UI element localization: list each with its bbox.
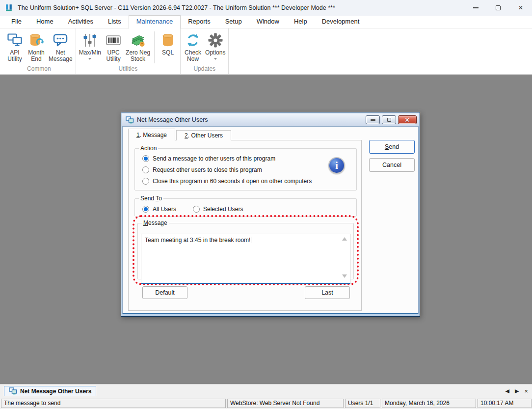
radio-selected-icon	[142, 155, 149, 162]
net-message-dialog: Net Message Other Users ✕ 1. Message 2. …	[121, 112, 420, 317]
dropdown-arrow-icon	[214, 58, 217, 60]
tab-other-users[interactable]: 2. Other Users	[176, 130, 231, 140]
month-end-icon	[28, 32, 44, 48]
menu-tab-reports[interactable]: Reports	[181, 16, 218, 28]
net-message-icon	[9, 387, 17, 395]
tab-label-part: 2	[185, 132, 188, 139]
radio-label: All Users	[153, 206, 176, 213]
dialog-titlebar[interactable]: Net Message Other Users ✕	[122, 113, 419, 126]
scroll-down-icon[interactable]	[342, 274, 347, 278]
ribbon-button-label: Net Message	[49, 50, 73, 62]
minimize-icon	[473, 7, 479, 8]
menu-tab-lists[interactable]: Lists	[101, 16, 129, 28]
close-icon: ✕	[405, 117, 410, 123]
database-icon	[160, 32, 176, 48]
radio-all-users[interactable]: All Users	[142, 205, 176, 214]
minimize-button[interactable]	[464, 0, 487, 16]
taskbar-tab-label: Net Message Other Users	[20, 388, 91, 395]
ribbon-separator	[154, 31, 155, 63]
dialog-tabs: 1. Message 2. Other Users	[128, 129, 231, 140]
scroll-tabs-left-icon[interactable]: ◀	[505, 388, 509, 394]
radio-close-60s[interactable]: Close this program in 60 seconds if open…	[142, 177, 356, 186]
close-icon: ×	[518, 4, 523, 12]
window-title: The Uniform Solution+ SQL Server - C11 V…	[18, 4, 335, 11]
ribbon-button-label: Options	[205, 50, 225, 56]
max-min-button[interactable]: Max/Min	[78, 31, 103, 61]
tab-label-part: . Other Users	[188, 132, 223, 139]
menu-tab-activities[interactable]: Activities	[61, 16, 101, 28]
dialog-restore-button[interactable]	[382, 115, 396, 124]
menu-tab-file[interactable]: File	[4, 16, 29, 28]
cancel-button[interactable]: Cancel	[369, 158, 415, 172]
minimize-icon	[371, 119, 375, 121]
radio-icon	[193, 206, 200, 213]
month-end-button[interactable]: Month End	[26, 31, 47, 63]
info-icon[interactable]	[328, 157, 345, 174]
red-highlight-annotation: Message Team meeting at 3:45 in the brea…	[133, 215, 359, 285]
status-bar: The message to send WebStore: Web Server…	[0, 398, 532, 409]
status-message-hint: The message to send	[1, 399, 226, 408]
radio-label: Send a message to other users of this pr…	[153, 155, 275, 162]
menu-tab-home[interactable]: Home	[29, 16, 61, 28]
menu-tab-setup[interactable]: Setup	[218, 16, 249, 28]
check-now-button[interactable]: Check Now	[182, 31, 204, 63]
message-textarea[interactable]: Team meeting at 3:45 in the break room!	[141, 234, 350, 284]
net-message-button[interactable]: Net Message	[47, 31, 74, 63]
send-button[interactable]: Send	[369, 140, 415, 154]
scroll-tabs-right-icon[interactable]: ▶	[515, 388, 519, 394]
api-utility-button[interactable]: API Utility	[4, 31, 26, 63]
zero-neg-stock-button[interactable]: Zero Neg Stock	[124, 31, 152, 63]
maximize-icon	[496, 5, 501, 10]
money-icon	[130, 32, 146, 48]
taskbar-tab-net-message[interactable]: Net Message Other Users	[4, 386, 96, 396]
radio-selected-icon	[142, 206, 149, 213]
last-button[interactable]: Last	[305, 286, 350, 299]
options-button[interactable]: Options	[204, 31, 227, 61]
dropdown-arrow-icon	[88, 58, 91, 60]
radio-label: Close this program in 60 seconds if open…	[153, 178, 312, 185]
tab-label-part: . Message	[140, 132, 167, 138]
sql-button[interactable]: SQL	[157, 31, 179, 57]
ribbon-group-label: Common	[4, 65, 74, 74]
ribbon-button-label: API Utility	[7, 50, 22, 62]
close-tab-icon[interactable]: ×	[524, 387, 528, 395]
ribbon-button-label: Month End	[28, 50, 44, 62]
default-button[interactable]: Default	[142, 286, 187, 299]
net-message-icon	[126, 116, 134, 124]
ribbon-button-label: Max/Min	[79, 50, 101, 56]
radio-label: Selected Users	[203, 206, 243, 213]
radio-icon	[142, 178, 149, 185]
menu-tab-maintenance[interactable]: Maintenance	[129, 15, 181, 28]
dialog-body: 1. Message 2. Other Users Action Send a …	[122, 126, 419, 314]
ribbon-group-common: API Utility Month End Net Message Common	[2, 28, 76, 74]
menu-tab-window[interactable]: Window	[249, 16, 287, 28]
sliders-icon	[82, 32, 98, 48]
maximize-button[interactable]	[487, 0, 509, 16]
dialog-minimize-button[interactable]	[366, 115, 380, 124]
action-group-label: Action	[139, 145, 158, 152]
gear-icon	[208, 32, 223, 48]
scroll-up-icon[interactable]	[342, 237, 347, 241]
message-group: Message Team meeting at 3:45 in the brea…	[137, 219, 354, 279]
status-webstore: WebStore: Web Server Not Found	[227, 399, 344, 408]
ribbon-button-label: Zero Neg Stock	[126, 50, 150, 62]
dialog-close-button[interactable]: ✕	[398, 115, 417, 124]
close-button[interactable]: ×	[509, 0, 532, 16]
tab-message[interactable]: 1. Message	[128, 129, 175, 140]
action-group: Action Send a message to other users of …	[134, 145, 357, 191]
status-time: 10:00:17 AM	[478, 399, 532, 408]
message-tab-page: Action Send a message to other users of …	[128, 140, 362, 311]
message-group-label: Message	[142, 219, 169, 226]
ribbon-group-label: Utilities	[78, 65, 179, 74]
radio-send-message[interactable]: Send a message to other users of this pr…	[142, 154, 356, 163]
menu-tab-development[interactable]: Development	[315, 16, 367, 28]
upc-utility-button[interactable]: UPC Utility	[103, 31, 124, 63]
restore-icon	[387, 118, 391, 122]
radio-request-close[interactable]: Request other users to close this progra…	[142, 165, 356, 174]
window-taskbar: Net Message Other Users ◀ ▶ ×	[0, 384, 532, 398]
radio-selected-users[interactable]: Selected Users	[193, 205, 243, 214]
dialog-title: Net Message Other Users	[137, 116, 208, 123]
menu-tab-help[interactable]: Help	[287, 16, 315, 28]
ribbon-button-label: UPC Utility	[106, 50, 120, 62]
net-message-icon	[53, 32, 68, 48]
